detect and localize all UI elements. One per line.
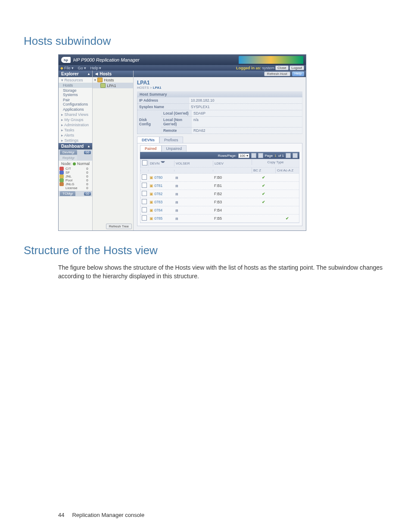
table-row[interactable]: ▣ 0781▤F:B1✔ <box>140 182 299 190</box>
row-checkbox[interactable] <box>142 207 147 212</box>
nav-tasks[interactable]: ▸ Tasks <box>59 128 92 133</box>
tree-root-hosts[interactable]: ▾ Hosts <box>93 77 133 83</box>
nav-my-groups[interactable]: ▸ My Groups <box>59 117 92 122</box>
menu-go[interactable]: Go▾ <box>78 66 86 70</box>
subtab-unpaired[interactable]: Unpaired <box>162 145 187 152</box>
logged-in-label: Logged in as: <box>236 66 262 70</box>
row-checkbox[interactable] <box>142 191 147 196</box>
nav-pair-configurations[interactable]: Pair Configurations <box>59 97 92 107</box>
rows-per-page-select[interactable]: 100 ▾ <box>238 153 249 158</box>
row-checkbox[interactable] <box>142 183 147 188</box>
dashboard-header[interactable]: Dashboard▴ <box>59 143 92 149</box>
col-volser[interactable]: VOLSER <box>174 161 213 166</box>
main-pane: Refresh Host Help LPA1 HOSTS > LPA1 Host… <box>134 71 306 230</box>
dash-tab-tcmgr[interactable]: TCMgr <box>60 191 75 196</box>
check-icon: ✔ <box>286 216 289 221</box>
metric-value: 0 <box>86 174 91 178</box>
pager-last-icon[interactable] <box>293 153 298 158</box>
metric-icon <box>59 167 64 171</box>
cell-devn[interactable]: ▣ 0785 <box>148 215 174 221</box>
metric-icon <box>59 178 64 182</box>
dash-tab-repmgr[interactable]: RepMgr <box>60 156 77 160</box>
menu-file[interactable]: ◆ File▾ <box>60 66 74 70</box>
cell-devn[interactable]: ▣ 0784 <box>148 207 174 213</box>
nav-storage-systems[interactable]: Storage Systems <box>59 88 92 97</box>
value-ip-address: 10.208.182.10 <box>189 97 302 104</box>
nav-shared-views[interactable]: ▸ Shared Views <box>59 112 92 117</box>
table-row[interactable]: ▣ 0785▤F:B5✔ <box>140 215 299 223</box>
col-cntacaz[interactable]: Cnt Ac-A Z <box>275 168 299 173</box>
col-bcz[interactable]: BC Z <box>252 168 275 173</box>
titlebar: hp HP P9000 Replication Manager <box>59 55 306 65</box>
rows-per-page-label: Rows/Page: <box>218 154 237 158</box>
cell-devn[interactable]: ▣ 0783 <box>148 199 174 205</box>
nav-administration[interactable]: ▸ Administration <box>59 122 92 128</box>
cell-devn[interactable]: ▣ 0782 <box>148 191 174 197</box>
table-row[interactable]: ▣ 0783▤F:B3✔ <box>140 198 299 206</box>
cell-devn[interactable]: ▣ 0780 <box>148 174 174 180</box>
tree-node-lpa1[interactable]: LPA1 <box>93 83 133 88</box>
metric-value: 0 <box>86 186 91 190</box>
table-row[interactable]: ▣ 0780▤F:B0✔ <box>140 174 299 182</box>
metric-value: 0 <box>86 178 91 182</box>
select-all-checkbox[interactable] <box>142 160 147 165</box>
metric-icon <box>59 171 64 174</box>
help-button[interactable]: Help <box>292 72 304 76</box>
col-ldev[interactable]: LDEV <box>213 161 252 166</box>
row-checkbox[interactable] <box>142 199 147 204</box>
metric-label: JNLG <box>65 182 86 186</box>
table-row[interactable]: ▣ 0782▤F:B2✔ <box>140 190 299 198</box>
pager-next-icon[interactable] <box>286 153 291 158</box>
cell-cntacaz <box>275 193 299 195</box>
pager-prev-icon[interactable] <box>258 153 263 158</box>
nav-applications[interactable]: Applications <box>59 107 92 112</box>
breadcrumb: HOSTS > LPA1 <box>137 86 302 90</box>
crumb-hosts[interactable]: HOSTS <box>137 86 149 90</box>
cell-cntacaz: ✔ <box>275 215 299 221</box>
check-icon: ✔ <box>262 192 265 196</box>
tab-prefixes[interactable]: Prefixes <box>159 137 183 143</box>
host-icon <box>100 83 106 88</box>
cell-bcz: ✔ <box>252 183 275 189</box>
metric-label: SF <box>65 171 86 174</box>
label-local-nongened: Local (Non Gen'ed) <box>162 117 192 128</box>
dash-go-button-2[interactable]: GO <box>84 192 91 196</box>
metric-icon <box>59 182 64 186</box>
nav-alerts[interactable]: ▸ Alerts <box>59 133 92 138</box>
row-checkbox[interactable] <box>142 174 147 180</box>
value-remote: RDA62 <box>192 128 302 134</box>
metric-label: JNL <box>65 174 86 178</box>
pager-first-icon[interactable] <box>251 153 256 158</box>
page-title: LPA1 <box>137 80 302 86</box>
row-checkbox[interactable] <box>142 215 147 221</box>
nav-hosts[interactable]: Hosts <box>59 83 92 88</box>
close-button[interactable]: Close <box>275 65 288 70</box>
nav-resources[interactable]: ▾ Resources <box>59 77 92 83</box>
tab-devns[interactable]: DEVNs <box>137 137 159 143</box>
metric-value: 0 <box>86 167 91 171</box>
logout-button[interactable]: Logout <box>290 65 304 70</box>
metric-label: License <box>65 186 86 190</box>
menu-help[interactable]: Help▾ <box>90 66 102 70</box>
dash-tab-devmgr[interactable]: DevMgr <box>60 150 77 155</box>
cell-ldev: F:B2 <box>213 191 252 197</box>
subtab-paired[interactable]: Paired <box>140 145 162 152</box>
value-local-gened: SDA6P <box>192 110 302 117</box>
label-ip-address: IP Address <box>137 97 189 104</box>
col-devn[interactable]: DEVN <box>148 160 174 166</box>
status-dot-icon <box>73 162 76 165</box>
tree-header: ◀Hosts <box>93 71 133 77</box>
table-row[interactable]: ▣ 0784▤F:B4 <box>140 206 299 215</box>
col-copy-type: Copy Type <box>252 159 299 165</box>
refresh-tree-button[interactable]: Refresh Tree <box>106 224 132 229</box>
explorer-header[interactable]: Explorer▴ <box>59 71 92 77</box>
label-remote: Remote <box>162 128 192 134</box>
nav-settings[interactable]: ▸ Settings <box>59 138 92 143</box>
volser-glyph-icon: ▤ <box>175 201 178 204</box>
dash-go-button[interactable]: GO <box>84 151 91 154</box>
volser-glyph-icon: ▤ <box>175 209 178 212</box>
cell-devn[interactable]: ▣ 0781 <box>148 183 174 189</box>
cell-bcz <box>252 218 275 219</box>
refresh-host-button[interactable]: Refresh Host <box>264 72 290 76</box>
cell-ldev: F:B0 <box>213 174 252 180</box>
